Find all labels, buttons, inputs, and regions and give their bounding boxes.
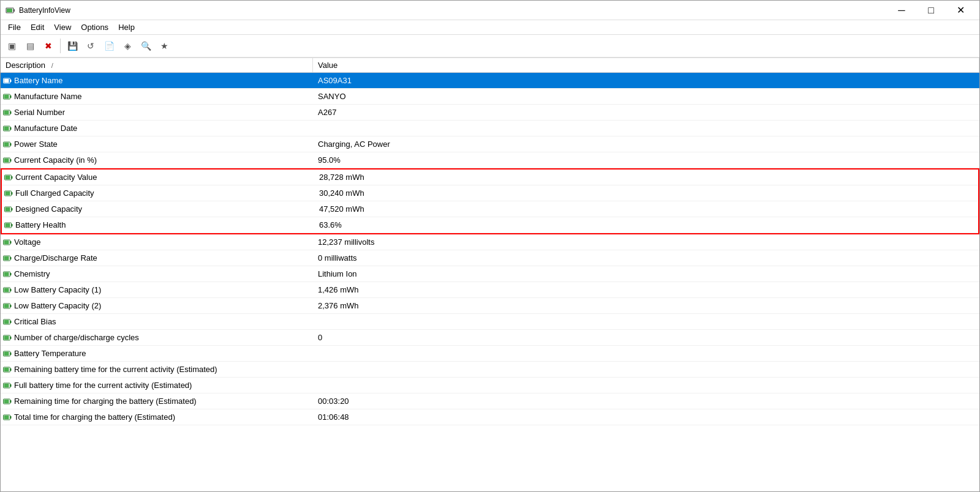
cell-description: Low Battery Capacity (1) <box>1 283 313 296</box>
clipboard-btn[interactable]: ▤ <box>21 37 39 54</box>
battery-icon <box>4 221 13 229</box>
cell-description-text: Current Capacity Value <box>15 173 97 182</box>
cell-value: A267 <box>313 106 979 119</box>
svg-rect-10 <box>10 111 12 114</box>
table-row[interactable]: Battery NameAS09A31 <box>1 73 979 89</box>
toolbar-btn-9[interactable]: ★ <box>156 37 173 54</box>
menu-item-view[interactable]: View <box>49 21 76 33</box>
svg-rect-40 <box>10 273 12 275</box>
svg-rect-55 <box>10 352 12 355</box>
table-row[interactable]: Manufacture NameSANYO <box>1 89 979 105</box>
cell-description: Manufacture Name <box>1 90 313 103</box>
cell-value: 0 milliwatts <box>313 252 979 264</box>
delete-btn[interactable]: ✖ <box>40 37 57 54</box>
menu-item-options[interactable]: Options <box>76 21 113 33</box>
app-icon <box>6 6 15 15</box>
table-row[interactable]: Manufacture Date <box>1 121 979 136</box>
table-row[interactable]: Number of charge/discharge cycles0 <box>1 330 979 346</box>
cell-description: Voltage <box>1 236 313 248</box>
svg-rect-19 <box>10 159 12 162</box>
table-row[interactable]: Designed Capacity47,520 mWh <box>2 201 978 217</box>
svg-rect-65 <box>4 400 9 403</box>
table-area[interactable]: Description / Value Battery NameAS09A31 … <box>1 58 979 491</box>
svg-rect-5 <box>4 79 9 83</box>
svg-rect-34 <box>10 241 12 244</box>
battery-icon <box>3 413 12 422</box>
cell-description-text: Voltage <box>14 237 40 247</box>
cell-value <box>313 320 979 324</box>
cell-description-text: Current Capacity (in %) <box>14 155 97 165</box>
properties-btn[interactable]: ▣ <box>3 37 20 54</box>
cell-description-text: Remaining battery time for the current a… <box>14 365 217 374</box>
cell-description: Power State <box>1 138 313 151</box>
table-row[interactable]: ChemistryLithium Ion <box>1 266 979 282</box>
svg-rect-4 <box>10 80 12 82</box>
close-button[interactable]: ✕ <box>946 1 974 20</box>
table-row[interactable]: Power StateCharging, AC Power <box>1 136 979 152</box>
table-body: Battery NameAS09A31 Manufacture NameSANY… <box>1 73 979 425</box>
table-row[interactable]: Low Battery Capacity (2)2,376 mWh <box>1 298 979 314</box>
table-row[interactable]: Low Battery Capacity (1)1,426 mWh <box>1 282 979 298</box>
table-row[interactable]: Total time for charging the battery (Est… <box>1 409 979 425</box>
table-row[interactable]: Full Charged Capacity30,240 mWh <box>2 185 978 201</box>
table-row[interactable]: Battery Temperature <box>1 346 979 362</box>
cell-value <box>313 352 979 356</box>
copy-btn[interactable]: ↺ <box>82 37 99 54</box>
cell-value: 12,237 millivolts <box>313 236 979 248</box>
table-row[interactable]: Remaining time for charging the battery … <box>1 393 979 409</box>
svg-rect-62 <box>4 384 9 387</box>
svg-rect-37 <box>10 257 12 259</box>
table-row[interactable]: Remaining battery time for the current a… <box>1 362 979 378</box>
cell-description-text: Manufacture Date <box>14 124 77 133</box>
header-description[interactable]: Description / <box>1 58 313 72</box>
menu-item-help[interactable]: Help <box>113 21 140 33</box>
svg-rect-58 <box>10 368 12 371</box>
menu-item-file[interactable]: File <box>3 21 26 33</box>
toolbar: ▣▤✖💾↺📄◈🔍★ <box>1 35 979 58</box>
table-row[interactable]: Serial NumberA267 <box>1 105 979 121</box>
search-btn[interactable]: ◈ <box>119 37 136 54</box>
export-btn[interactable]: 📄 <box>100 37 118 54</box>
table-row[interactable]: Current Capacity Value28,728 mWh <box>2 170 978 185</box>
maximize-button[interactable]: □ <box>917 1 945 20</box>
battery-icon <box>3 108 12 117</box>
svg-rect-1 <box>13 9 15 12</box>
minimize-button[interactable]: ─ <box>888 1 916 20</box>
menu-item-edit[interactable]: Edit <box>26 21 49 33</box>
svg-rect-29 <box>6 207 10 211</box>
table-row[interactable]: Charge/Discharge Rate0 milliwatts <box>1 250 979 266</box>
svg-rect-23 <box>6 176 10 179</box>
cell-value: 1,426 mWh <box>313 283 979 296</box>
table-row[interactable]: Voltage12,237 millivolts <box>1 234 979 250</box>
cell-description-text: Total time for charging the battery (Est… <box>14 412 175 422</box>
svg-rect-52 <box>10 337 12 339</box>
cell-description: Charge/Discharge Rate <box>1 252 313 264</box>
cell-description-text: Critical Bias <box>14 317 56 326</box>
table-row[interactable]: Current Capacity (in %)95.0% <box>1 152 979 168</box>
battery-icon <box>3 254 12 263</box>
table-row[interactable]: Full battery time for the current activi… <box>1 378 979 393</box>
svg-rect-50 <box>4 320 9 324</box>
header-value[interactable]: Value <box>313 58 979 72</box>
about-btn[interactable]: 🔍 <box>137 37 154 54</box>
battery-icon <box>4 189 13 198</box>
battery-icon <box>3 286 12 294</box>
cell-value: 47,520 mWh <box>314 203 978 215</box>
table-row[interactable]: Critical Bias <box>1 314 979 330</box>
cell-value <box>313 368 979 371</box>
cell-description: Full Charged Capacity <box>2 187 314 199</box>
svg-rect-13 <box>10 127 12 130</box>
refresh-btn[interactable]: 💾 <box>64 37 81 54</box>
svg-rect-59 <box>4 368 9 371</box>
cell-description-text: Power State <box>14 140 58 149</box>
battery-icon <box>3 334 12 342</box>
cell-description: Battery Health <box>2 218 314 231</box>
cell-description: Remaining battery time for the current a… <box>1 363 313 376</box>
cell-description: Current Capacity (in %) <box>1 154 313 166</box>
cell-description-text: Battery Name <box>14 76 62 85</box>
cell-description-text: Designed Capacity <box>15 204 82 214</box>
cell-description-text: Low Battery Capacity (1) <box>14 285 101 294</box>
cell-description: Total time for charging the battery (Est… <box>1 411 313 423</box>
svg-rect-64 <box>10 400 12 403</box>
table-row[interactable]: Battery Health63.6% <box>2 217 978 233</box>
